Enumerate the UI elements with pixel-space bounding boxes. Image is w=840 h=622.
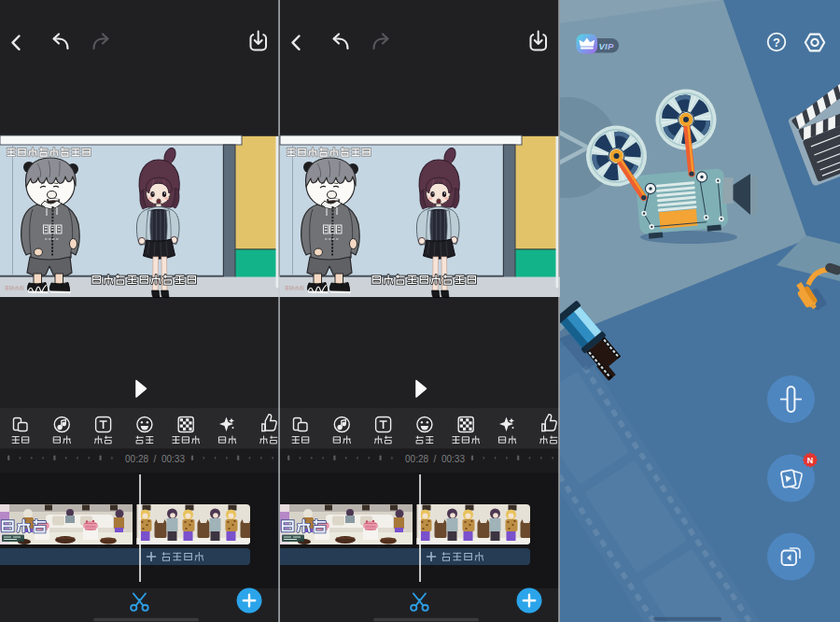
svg-text:?: ?: [773, 35, 780, 49]
svg-text:VIP: VIP: [599, 41, 614, 51]
svg-text:N: N: [807, 456, 814, 465]
